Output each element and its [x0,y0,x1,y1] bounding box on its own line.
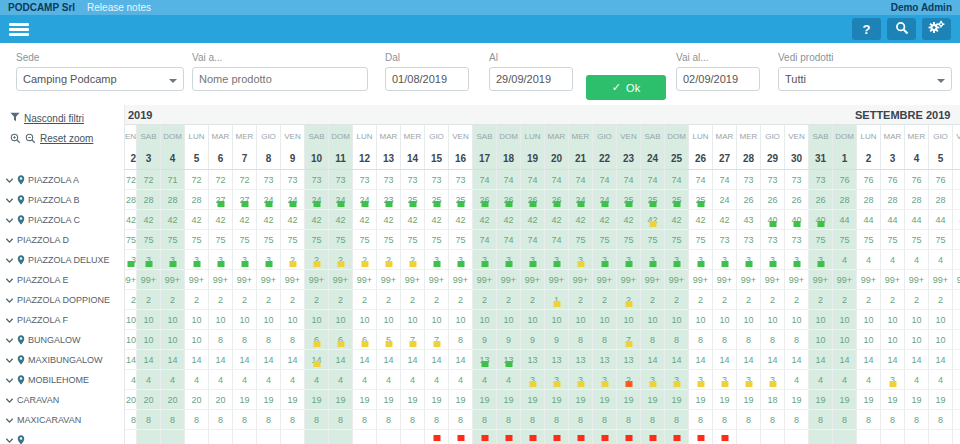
date-to-input[interactable] [489,67,573,91]
availability-cell[interactable]: 19 [953,390,960,410]
availability-cell[interactable]: 75 [809,230,833,250]
availability-cell[interactable]: 9 [521,330,545,350]
availability-cell[interactable]: 73 [713,230,737,250]
availability-cell[interactable]: 3 [209,250,233,270]
availability-cell[interactable]: 3 [617,250,641,270]
availability-cell[interactable]: 10 [497,310,521,330]
availability-cell[interactable]: 74 [665,170,689,190]
availability-cell[interactable]: 3 [569,250,593,270]
availability-cell[interactable]: 25 [665,190,689,210]
availability-cell[interactable]: 4 [125,370,137,390]
availability-cell[interactable]: 8 [737,410,761,430]
availability-cell[interactable]: 14 [449,350,473,370]
availability-cell[interactable]: 75 [929,230,953,250]
availability-cell[interactable]: 42 [617,210,641,230]
availability-cell[interactable]: 20 [125,390,137,410]
availability-cell[interactable]: 19 [665,390,689,410]
availability-cell[interactable]: 44 [953,210,960,230]
availability-cell[interactable]: 26 [545,190,569,210]
availability-cell[interactable]: 7 [425,330,449,350]
availability-cell[interactable] [641,430,665,444]
availability-cell[interactable]: 4 [785,370,809,390]
availability-cell[interactable]: 73 [785,230,809,250]
availability-cell[interactable]: 8 [737,330,761,350]
availability-cell[interactable]: 8 [209,330,233,350]
availability-cell[interactable]: 75 [125,230,137,250]
availability-cell[interactable]: 10 [353,310,377,330]
availability-cell[interactable]: 19 [353,390,377,410]
availability-cell[interactable]: 3 [809,250,833,270]
availability-cell[interactable]: 10 [161,310,185,330]
availability-cell[interactable]: 14 [713,350,737,370]
availability-cell[interactable]: 75 [449,230,473,250]
availability-cell[interactable]: 99+ [569,270,593,290]
availability-cell[interactable]: 28 [137,190,161,210]
availability-cell[interactable]: 24 [257,190,281,210]
availability-cell[interactable]: 19 [473,390,497,410]
availability-cell[interactable]: 10 [641,310,665,330]
availability-cell[interactable]: 14 [305,350,329,370]
availability-cell[interactable]: 10 [665,310,689,330]
availability-cell[interactable] [125,430,137,444]
availability-cell[interactable]: 99+ [857,270,881,290]
availability-cell[interactable]: 2 [125,290,137,310]
availability-cell[interactable]: 10 [257,310,281,330]
availability-cell[interactable]: 28 [905,190,929,210]
availability-cell[interactable]: 8 [953,410,960,430]
availability-cell[interactable]: 2 [137,290,161,310]
availability-cell[interactable]: 2 [305,250,329,270]
availability-cell[interactable]: 24 [281,190,305,210]
availability-cell[interactable] [497,430,521,444]
availability-cell[interactable]: 3 [713,250,737,270]
availability-cell[interactable]: 3 [785,250,809,270]
availability-cell[interactable]: 73 [809,170,833,190]
availability-cell[interactable]: 99+ [161,270,185,290]
availability-cell[interactable]: 24 [329,190,353,210]
availability-cell[interactable] [545,430,569,444]
availability-cell[interactable]: 75 [209,230,233,250]
availability-cell[interactable]: 20 [137,390,161,410]
availability-cell[interactable]: 99+ [545,270,569,290]
availability-cell[interactable]: 99+ [881,270,905,290]
availability-cell[interactable]: 42 [233,210,257,230]
availability-cell[interactable]: 14 [209,350,233,370]
availability-cell[interactable]: 2 [401,290,425,310]
availability-cell[interactable]: 74 [497,230,521,250]
availability-cell[interactable]: 99+ [953,270,960,290]
view-products-select[interactable]: Tutti [778,67,952,91]
availability-cell[interactable]: 8 [833,410,857,430]
availability-cell[interactable]: 99+ [689,270,713,290]
zoom-out-button[interactable] [25,133,36,144]
availability-cell[interactable]: 73 [737,230,761,250]
availability-cell[interactable]: 14 [761,350,785,370]
availability-cell[interactable]: 40 [785,210,809,230]
availability-cell[interactable]: 2 [881,290,905,310]
availability-cell[interactable]: 8 [689,410,713,430]
availability-cell[interactable]: 10 [689,310,713,330]
availability-cell[interactable]: 28 [953,190,960,210]
availability-cell[interactable]: 42 [449,210,473,230]
availability-cell[interactable] [161,430,185,444]
availability-cell[interactable]: 19 [377,390,401,410]
availability-cell[interactable]: 76 [905,170,929,190]
availability-cell[interactable]: 26 [737,190,761,210]
availability-cell[interactable]: 8 [713,330,737,350]
availability-cell[interactable] [377,430,401,444]
availability-cell[interactable]: 99+ [281,270,305,290]
availability-cell[interactable]: 42 [521,210,545,230]
availability-cell[interactable]: 28 [857,190,881,210]
availability-cell[interactable]: 4 [857,250,881,270]
availability-cell[interactable]: 19 [881,390,905,410]
availability-cell[interactable]: 75 [881,230,905,250]
availability-cell[interactable]: 5 [377,330,401,350]
availability-cell[interactable]: 8 [761,330,785,350]
availability-cell[interactable]: 10 [161,330,185,350]
availability-cell[interactable]: 10 [425,310,449,330]
availability-cell[interactable]: 24 [305,190,329,210]
availability-cell[interactable]: 26 [761,190,785,210]
availability-cell[interactable]: 8 [929,410,953,430]
availability-cell[interactable]: 25 [449,190,473,210]
availability-cell[interactable]: 28 [161,190,185,210]
availability-cell[interactable]: 75 [185,230,209,250]
availability-cell[interactable]: 10 [473,310,497,330]
